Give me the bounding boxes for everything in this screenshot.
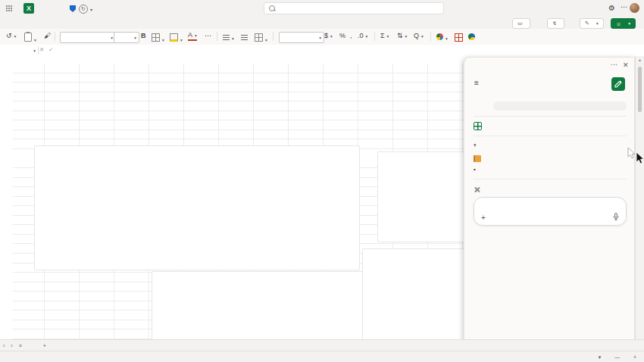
- title-bar: X ↻ ▾ ⚙ ⋯: [0, 0, 644, 17]
- title-chevron-icon[interactable]: ▾: [90, 7, 92, 12]
- format-painter-icon[interactable]: 🖌︎: [44, 32, 51, 39]
- decimal-icon[interactable]: .0▾: [358, 32, 367, 39]
- next-sheet-icon[interactable]: ›: [11, 343, 12, 348]
- vertical-scrollbar[interactable]: ▲: [635, 56, 644, 339]
- excel-labs-panel: ⋯ ✕ ≡ ▾ • +: [464, 57, 635, 345]
- autosum-icon[interactable]: Σ▾: [380, 32, 389, 39]
- merge-cells-icon[interactable]: ▾: [255, 33, 267, 43]
- status-bar: ▾ — +: [0, 351, 644, 362]
- undo-icon[interactable]: ↺▾: [6, 32, 16, 39]
- panel-more-icon[interactable]: ⋯: [611, 61, 617, 68]
- pencil-icon: ✎: [585, 20, 589, 27]
- chart-segment-bars[interactable]: [152, 271, 389, 340]
- share-person-icon: ☺: [616, 21, 621, 27]
- sensitivity-icon[interactable]: ▾: [436, 33, 448, 42]
- search-icon: [269, 5, 275, 11]
- chevron-down-icon: ▾: [596, 21, 599, 26]
- share-button[interactable]: ☺▾: [611, 18, 636, 29]
- catch-up-button[interactable]: ↯: [547, 18, 564, 29]
- all-sheets-icon[interactable]: ≡: [19, 343, 22, 348]
- bold-button[interactable]: B: [141, 32, 146, 39]
- excel-logo-icon[interactable]: X: [23, 3, 34, 14]
- find-icon[interactable]: Q▾: [414, 32, 424, 39]
- chevron-down-icon: ▾: [599, 354, 601, 360]
- comments-button[interactable]: ▭: [512, 18, 530, 29]
- catch-up-icon: ↯: [552, 20, 557, 27]
- zoom-out-icon[interactable]: —: [614, 354, 620, 360]
- chat-input[interactable]: +: [474, 197, 627, 226]
- panel-menu-icon[interactable]: ≡: [474, 79, 479, 87]
- more-options-icon[interactable]: ⋯: [621, 3, 627, 11]
- tools-icon: [474, 186, 480, 193]
- more-formatting-icon[interactable]: ⋯: [205, 32, 211, 39]
- editing-mode-button[interactable]: ✎▾: [580, 18, 604, 29]
- user-avatar[interactable]: [630, 3, 639, 13]
- confirm-entry-icon[interactable]: ✓: [48, 46, 53, 53]
- wrap-text-icon[interactable]: [241, 34, 248, 42]
- mouse-cursor: [627, 148, 644, 164]
- reasoned-toggle[interactable]: ▾: [474, 142, 627, 148]
- sort-filter-icon[interactable]: ⇅▾: [397, 32, 407, 39]
- zoom-in-icon[interactable]: +: [633, 354, 636, 360]
- formula-bar: ▾ ✕ ✓: [0, 45, 644, 57]
- borders-icon[interactable]: ▾: [152, 33, 164, 43]
- microphone-icon[interactable]: [613, 213, 619, 222]
- fill-color-icon[interactable]: ▾: [170, 33, 183, 43]
- ribbon-menu-bar: ▭ ↯ ✎▾ ☺▾: [0, 17, 644, 29]
- comment-icon: ▭: [517, 20, 523, 27]
- sheet-tab-bar: ‹ › ≡ +: [0, 339, 644, 351]
- font-color-icon[interactable]: A▾: [188, 32, 197, 41]
- font-name-select[interactable]: ▾: [60, 32, 116, 43]
- agent-mode-row[interactable]: [474, 122, 627, 130]
- add-sheet-icon[interactable]: +: [43, 343, 46, 348]
- number-format-select[interactable]: ▾: [279, 32, 324, 43]
- font-size-select[interactable]: ▾: [114, 32, 139, 43]
- source-bullet: •: [474, 166, 627, 173]
- sensitivity-label-icon[interactable]: [70, 5, 76, 12]
- accounting-format-icon[interactable]: $▾: [324, 32, 333, 39]
- paste-icon[interactable]: ▾: [24, 33, 36, 43]
- cancel-entry-icon[interactable]: ✕: [39, 46, 44, 53]
- search-input[interactable]: [264, 2, 444, 14]
- scrollbar-thumb[interactable]: [638, 67, 642, 112]
- section-heading-1: [474, 155, 627, 162]
- panel-header: ⋯ ✕: [464, 58, 634, 74]
- new-chat-button[interactable]: [611, 77, 625, 91]
- notebook-icon: [474, 155, 481, 162]
- section-heading-2: [474, 186, 627, 193]
- settings-gear-icon[interactable]: ⚙: [608, 4, 615, 13]
- agent-mode-icon: [474, 122, 482, 130]
- autosave-status-icon[interactable]: ↻: [79, 5, 88, 14]
- user-message: [493, 101, 627, 111]
- scroll-up-icon[interactable]: ▲: [638, 58, 642, 62]
- compose-icon: [614, 80, 622, 88]
- chart-discount-band-impact[interactable]: [34, 145, 360, 270]
- ribbon-toolbar: ↺▾ ▾ 🖌︎ ▾ ▾ B ▾ ▾ A▾ ⋯ ▾ ▾ ▾ $▾ % , .0▾ …: [0, 29, 644, 45]
- chevron-down-icon: ▾: [628, 21, 630, 26]
- panel-conversation: ▾ • +: [464, 95, 635, 230]
- panel-close-icon[interactable]: ✕: [623, 61, 629, 69]
- align-icon[interactable]: ▾: [223, 34, 234, 42]
- name-box[interactable]: ▾: [3, 46, 39, 55]
- add-attachment-icon[interactable]: +: [481, 214, 486, 222]
- comma-format-icon[interactable]: ,: [350, 32, 352, 39]
- percent-format-icon[interactable]: %: [339, 32, 345, 39]
- format-as-table-icon[interactable]: [455, 33, 463, 43]
- chevron-down-icon: ▾: [474, 142, 477, 148]
- analyze-data-icon[interactable]: [468, 33, 475, 42]
- app-launcher-icon[interactable]: [6, 5, 13, 12]
- excel-web-app: X ↻ ▾ ⚙ ⋯ ▭ ↯ ✎▾ ☺▾ ↺▾ ▾ 🖌︎ ▾ ▾ B ▾ ▾ A▾…: [0, 0, 644, 362]
- prev-sheet-icon[interactable]: ‹: [3, 343, 5, 348]
